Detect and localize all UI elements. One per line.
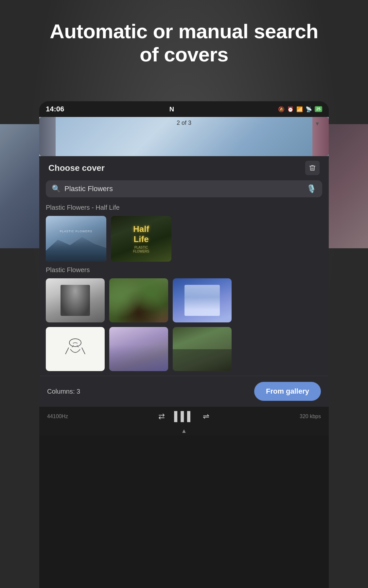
columns-label: Columns: 3 bbox=[47, 388, 80, 395]
cover-outdoor-scene[interactable] bbox=[173, 327, 232, 371]
modal-header: Choose cover bbox=[39, 153, 329, 180]
album-strip[interactable]: 2 of 3 ▾ bbox=[39, 117, 329, 156]
section2-label: Plastic Flowers bbox=[46, 266, 322, 274]
trash-icon bbox=[309, 164, 316, 172]
cover-pf1-text: PLASTIC FLOWERS bbox=[60, 230, 93, 233]
signal-icon: 📶 bbox=[296, 106, 303, 112]
side-album-right bbox=[312, 117, 329, 156]
battery-icon: 25 bbox=[315, 106, 322, 112]
cover-lavender-mist[interactable] bbox=[109, 327, 168, 371]
up-arrow[interactable]: ▲ bbox=[39, 426, 329, 436]
bitrate-label: 320 kbps bbox=[300, 414, 321, 419]
notification-badge: N bbox=[169, 106, 174, 113]
forest-detail bbox=[109, 278, 168, 322]
cover-hl-title: Half Life PLASTIC FLOWERS bbox=[126, 224, 156, 253]
section2-row2 bbox=[46, 327, 322, 371]
repeat-icon[interactable]: ⇄ bbox=[158, 412, 165, 421]
bw-figure bbox=[46, 278, 105, 322]
microphone-icon[interactable]: 🎙️ bbox=[307, 184, 316, 193]
section1-covers-row: PLASTIC FLOWERS Half Life PLASTIC FLOWER… bbox=[46, 216, 322, 262]
status-icons: 🔕 ⏰ 📶 📡 25 bbox=[278, 106, 322, 112]
delete-button[interactable] bbox=[305, 161, 320, 175]
svg-line-2 bbox=[82, 348, 85, 354]
search-input[interactable]: Plastic Flowers bbox=[64, 185, 303, 193]
chevron-down-icon[interactable]: ▾ bbox=[316, 120, 319, 127]
lavender-misty bbox=[109, 327, 168, 371]
results-area: Plastic Flowers - Half Life PLASTIC FLOW… bbox=[39, 204, 329, 371]
svg-line-1 bbox=[65, 348, 69, 354]
sample-rate-label: 44100Hz bbox=[47, 414, 68, 419]
shuffle-icon[interactable]: ⇌ bbox=[203, 412, 209, 421]
page-title: Automatic or manual search of covers bbox=[26, 20, 342, 66]
mountain-overlay bbox=[46, 234, 106, 262]
cover-blue-waterfall[interactable] bbox=[173, 278, 232, 322]
player-controls: ⇄ ▌▌▌ ⇌ bbox=[158, 411, 209, 422]
album-counter: 2 of 3 bbox=[177, 120, 191, 126]
drawing-icon bbox=[59, 333, 92, 366]
search-icon: 🔍 bbox=[52, 185, 61, 193]
from-gallery-button[interactable]: From gallery bbox=[254, 382, 321, 401]
cover-line-drawing[interactable] bbox=[46, 327, 105, 371]
player-bar: 44100Hz ⇄ ▌▌▌ ⇌ 320 kbps bbox=[39, 407, 329, 426]
search-bar[interactable]: 🔍 Plastic Flowers 🎙️ bbox=[46, 180, 322, 197]
cover-half-life[interactable]: Half Life PLASTIC FLOWERS bbox=[111, 216, 171, 262]
side-album-left bbox=[39, 117, 56, 156]
status-bar: 14:06 N 🔕 ⏰ 📶 📡 25 bbox=[39, 101, 329, 117]
phone-frame: 14:06 N 🔕 ⏰ 📶 📡 25 2 of 3 ▾ Choose cover bbox=[39, 101, 329, 588]
bottom-bar: Columns: 3 From gallery bbox=[39, 376, 329, 407]
wifi-icon: 📡 bbox=[306, 106, 312, 112]
cover-forest-path[interactable] bbox=[109, 278, 168, 322]
status-time: 14:06 bbox=[46, 105, 64, 113]
cover-plastic-flowers-album[interactable]: PLASTIC FLOWERS bbox=[46, 216, 106, 262]
blue-waterfall bbox=[173, 278, 232, 322]
drawing-cover-art bbox=[46, 327, 105, 371]
page-title-area: Automatic or manual search of covers bbox=[0, 20, 368, 66]
bell-mute-icon: 🔕 bbox=[278, 106, 285, 112]
modal-panel: Choose cover 🔍 Plastic Flowers 🎙️ Plasti… bbox=[39, 153, 329, 407]
cover-bw-portrait[interactable] bbox=[46, 278, 105, 322]
outdoor-trees bbox=[173, 327, 232, 371]
section2-row1 bbox=[46, 278, 322, 322]
alarm-icon: ⏰ bbox=[287, 106, 294, 112]
equalizer-icon[interactable]: ▌▌▌ bbox=[174, 411, 194, 422]
modal-title: Choose cover bbox=[48, 163, 105, 173]
section1-label: Plastic Flowers - Half Life bbox=[46, 204, 322, 211]
